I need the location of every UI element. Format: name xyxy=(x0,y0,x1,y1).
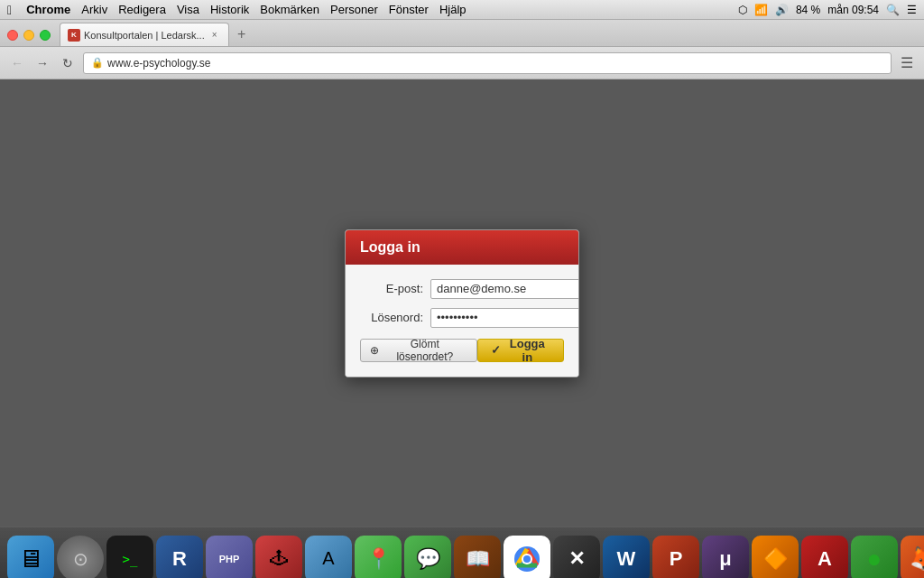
forward-button[interactable]: → xyxy=(32,53,52,73)
lock-icon: 🔒 xyxy=(91,57,104,69)
email-label: E-post: xyxy=(360,282,423,295)
tab-title: Konsultportalen | Ledarsk... xyxy=(84,30,205,41)
dock-word[interactable]: W xyxy=(603,536,650,579)
browser-menu-button[interactable]: ☰ xyxy=(897,53,917,73)
modal-header: Logga in xyxy=(346,230,578,265)
menu-icon[interactable]: ☰ xyxy=(907,4,917,16)
dock-mu[interactable]: μ xyxy=(702,536,749,579)
tab-bar: K Konsultportalen | Ledarsk... × + xyxy=(0,20,924,47)
menu-bar:  Chrome Arkiv Redigera Visa Historik Bo… xyxy=(0,0,924,20)
dock-green[interactable]: ● xyxy=(851,536,898,579)
battery-indicator: 84 % xyxy=(796,4,820,16)
firefox-icon: 🦊 xyxy=(910,545,924,573)
address-input[interactable]: 🔒 www.e-psychology.se xyxy=(83,52,892,74)
dock-messages[interactable]: 💬 xyxy=(404,536,451,579)
close-button[interactable] xyxy=(7,30,18,41)
wifi-icon: 📶 xyxy=(754,4,768,16)
dock-finder[interactable]: 🖥 xyxy=(7,536,54,579)
dock-r[interactable]: R xyxy=(156,536,203,579)
menu-personer[interactable]: Personer xyxy=(330,3,378,16)
finder-icon: 🖥 xyxy=(18,544,43,573)
search-icon[interactable]: 🔍 xyxy=(886,4,900,16)
menu-hjalp[interactable]: Hjälp xyxy=(439,3,467,16)
back-button[interactable]: ← xyxy=(7,53,27,73)
dock-vlc[interactable]: 🔶 xyxy=(752,536,799,579)
minimize-button[interactable] xyxy=(23,30,34,41)
dock-terminal[interactable]: >_ xyxy=(106,536,153,579)
tab-close-button[interactable]: × xyxy=(208,29,221,42)
dock-powerpoint[interactable]: P xyxy=(652,536,699,579)
terminal-icon: >_ xyxy=(123,552,138,566)
joystick-icon: 🕹 xyxy=(270,548,288,569)
form-actions: ⊕ Glömt lösenordet? ✓ Logga in xyxy=(360,339,564,362)
green-icon: ● xyxy=(867,545,882,573)
dock-x[interactable]: ✕ xyxy=(553,536,600,579)
forgot-label: Glömt lösenordet? xyxy=(383,338,467,363)
x-icon: ✕ xyxy=(568,547,585,571)
maximize-button[interactable] xyxy=(40,30,51,41)
dock: 🖥 ⊙ >_ R PHP 🕹 A 📍 💬 📖 xyxy=(0,527,924,578)
mu-icon: μ xyxy=(719,547,731,571)
messages-icon: 💬 xyxy=(416,547,440,571)
email-row: E-post: xyxy=(360,279,564,299)
word-icon: W xyxy=(617,547,636,571)
address-bar: ← → ↻ 🔒 www.e-psychology.se ☰ xyxy=(0,47,924,79)
clock: mån 09:54 xyxy=(827,4,879,16)
traffic-lights xyxy=(7,30,51,46)
menu-historik[interactable]: Historik xyxy=(210,3,249,16)
password-label: Lösenord: xyxy=(360,311,423,324)
vlc-icon: 🔶 xyxy=(763,547,788,571)
menu-chrome[interactable]: Chrome xyxy=(26,3,70,16)
circle-icon: ⊙ xyxy=(73,548,88,570)
dock-joystick[interactable]: 🕹 xyxy=(255,536,302,579)
dock-appstore[interactable]: A xyxy=(305,536,352,579)
apple-menu[interactable]:  xyxy=(7,3,12,17)
dock-ibooks[interactable]: 📖 xyxy=(454,536,501,579)
login-button[interactable]: ✓ Logga in xyxy=(477,339,564,362)
browser-content: Logga in E-post: Lösenord: ⊕ Glömt lösen… xyxy=(0,79,924,527)
email-input[interactable] xyxy=(430,279,579,299)
menu-visa[interactable]: Visa xyxy=(177,3,199,16)
php-icon: PHP xyxy=(219,554,240,564)
dock-acrobat[interactable]: A xyxy=(801,536,848,579)
tab-favicon: K xyxy=(68,29,80,42)
dock-circle[interactable]: ⊙ xyxy=(57,536,104,579)
maps-icon: 📍 xyxy=(366,547,391,571)
acrobat-icon: A xyxy=(818,547,832,571)
login-modal: Logga in E-post: Lösenord: ⊕ Glömt lösen… xyxy=(345,229,579,378)
menu-fonster[interactable]: Fönster xyxy=(389,3,429,16)
menu-redigera[interactable]: Redigera xyxy=(118,3,166,16)
url-text: www.e-psychology.se xyxy=(107,57,211,70)
forgot-icon: ⊕ xyxy=(370,344,379,357)
new-tab-button[interactable]: + xyxy=(231,24,253,46)
password-row: Lösenord: xyxy=(360,308,564,328)
volume-icon: 🔊 xyxy=(775,4,789,16)
reload-button[interactable]: ↻ xyxy=(58,53,78,73)
modal-title: Logga in xyxy=(360,239,420,255)
dropbox-icon: ⬡ xyxy=(738,4,747,16)
menu-arkiv[interactable]: Arkiv xyxy=(81,3,107,16)
password-input[interactable] xyxy=(430,308,579,328)
check-icon: ✓ xyxy=(491,343,501,357)
menubar-right: ⬡ 📶 🔊 84 % mån 09:54 🔍 ☰ xyxy=(738,4,917,16)
appstore-icon: A xyxy=(322,548,334,569)
menu-bokmarken[interactable]: Bokmärken xyxy=(260,3,319,16)
dock-firefox[interactable]: 🦊 xyxy=(901,536,924,579)
dock-chrome[interactable] xyxy=(504,536,550,579)
active-tab[interactable]: K Konsultportalen | Ledarsk... × xyxy=(60,23,229,46)
dock-php[interactable]: PHP xyxy=(206,536,253,579)
powerpoint-icon: P xyxy=(670,547,683,571)
menubar-left:  Chrome Arkiv Redigera Visa Historik Bo… xyxy=(7,3,467,17)
login-label: Logga in xyxy=(504,337,550,364)
browser-window: K Konsultportalen | Ledarsk... × + ← → ↻… xyxy=(0,20,924,527)
svg-point-4 xyxy=(523,555,531,563)
modal-body: E-post: Lösenord: ⊕ Glömt lösenordet? ✓ … xyxy=(346,265,578,377)
chrome-icon xyxy=(512,544,542,574)
forgot-password-button[interactable]: ⊕ Glömt lösenordet? xyxy=(360,339,477,362)
dock-maps[interactable]: 📍 xyxy=(355,536,402,579)
r-icon: R xyxy=(172,547,187,571)
ibooks-icon: 📖 xyxy=(466,547,490,571)
